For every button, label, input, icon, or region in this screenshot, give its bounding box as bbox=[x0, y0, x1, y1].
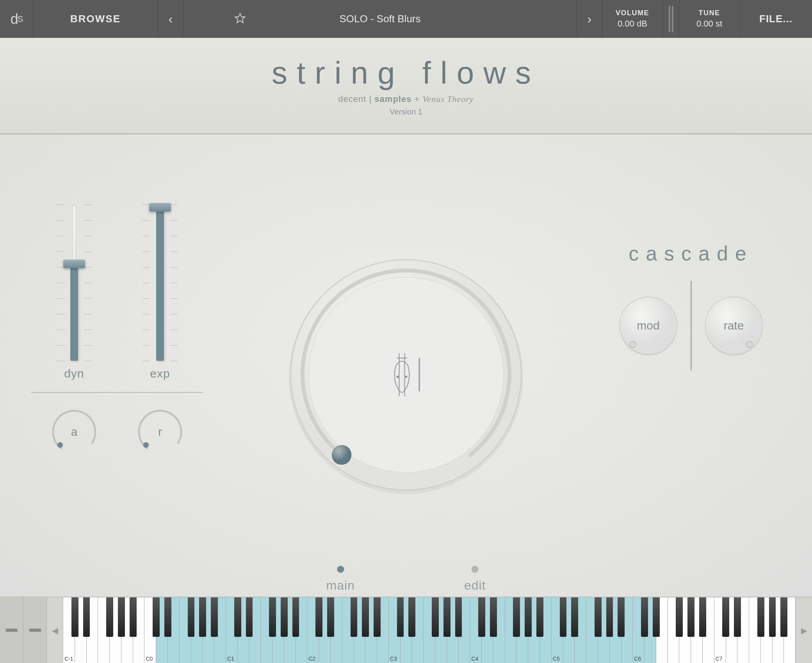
keyboard-scroll-left[interactable]: ◂ bbox=[47, 597, 63, 663]
version-label: Version 1 bbox=[390, 107, 422, 116]
tune-section[interactable]: TUNE 0.00 st bbox=[679, 0, 740, 38]
attack-knob[interactable]: a bbox=[51, 408, 98, 455]
volume-value: 0.00 dB bbox=[618, 19, 647, 29]
tab-edit[interactable]: edit bbox=[464, 566, 486, 593]
black-key[interactable] bbox=[490, 597, 497, 637]
tune-value: 0.00 st bbox=[696, 19, 722, 29]
black-key[interactable] bbox=[130, 597, 137, 637]
cascade-section: cascade mod rate bbox=[605, 242, 777, 371]
black-key[interactable] bbox=[211, 597, 218, 637]
black-key[interactable] bbox=[281, 597, 288, 637]
release-knob[interactable]: r bbox=[137, 408, 183, 455]
exp-slider[interactable]: exp bbox=[150, 205, 170, 380]
svg-point-2 bbox=[57, 442, 63, 447]
black-key[interactable] bbox=[432, 597, 439, 637]
black-key[interactable] bbox=[687, 597, 694, 637]
black-key[interactable] bbox=[408, 597, 415, 637]
pitch-wheel[interactable] bbox=[0, 597, 23, 663]
black-key[interactable] bbox=[641, 597, 648, 637]
black-key[interactable] bbox=[618, 597, 625, 637]
black-key[interactable] bbox=[734, 597, 741, 637]
black-key[interactable] bbox=[676, 597, 683, 637]
black-key[interactable] bbox=[699, 597, 706, 637]
preset-prev-button[interactable]: ‹ bbox=[158, 0, 183, 38]
black-key[interactable] bbox=[315, 597, 322, 637]
black-key[interactable] bbox=[71, 597, 78, 637]
black-key[interactable] bbox=[188, 597, 195, 637]
violin-icon bbox=[392, 353, 420, 396]
black-key[interactable] bbox=[234, 597, 241, 637]
preset-display[interactable]: SOLO - Soft Blurs bbox=[183, 0, 577, 38]
svg-point-19 bbox=[746, 341, 753, 348]
black-key[interactable] bbox=[780, 597, 787, 637]
dyn-label: dyn bbox=[64, 367, 84, 380]
tune-label: TUNE bbox=[699, 9, 720, 17]
black-key[interactable] bbox=[595, 597, 602, 637]
svg-point-16 bbox=[630, 341, 636, 348]
black-key[interactable] bbox=[374, 597, 381, 637]
black-key[interactable] bbox=[606, 597, 613, 637]
black-key[interactable] bbox=[478, 597, 485, 637]
black-key[interactable] bbox=[513, 597, 520, 637]
logo: dS bbox=[0, 0, 33, 38]
black-key[interactable] bbox=[269, 597, 276, 637]
exp-label: exp bbox=[150, 367, 170, 380]
black-key[interactable] bbox=[571, 597, 578, 637]
tab-dot-icon bbox=[472, 566, 479, 573]
mod-wheel[interactable] bbox=[23, 597, 47, 663]
instrument-title: string flows bbox=[272, 55, 540, 91]
black-key[interactable] bbox=[525, 597, 532, 637]
black-key[interactable] bbox=[292, 597, 299, 637]
main-knob[interactable] bbox=[283, 252, 529, 498]
black-key[interactable] bbox=[455, 597, 462, 637]
black-key[interactable] bbox=[769, 597, 776, 637]
volume-section[interactable]: VOLUME 0.00 dB bbox=[602, 0, 663, 38]
dynamics-section: dyn exp a bbox=[31, 205, 203, 455]
svg-point-12 bbox=[397, 376, 399, 378]
black-key[interactable] bbox=[106, 597, 113, 637]
svg-marker-0 bbox=[235, 13, 245, 23]
volume-label: VOLUME bbox=[616, 9, 649, 17]
instrument-subtitle: decent | samples + Venus Theory bbox=[338, 94, 474, 104]
browse-button[interactable]: BROWSE bbox=[33, 0, 158, 38]
black-key[interactable] bbox=[443, 597, 451, 637]
main-panel: dyn exp a bbox=[0, 134, 812, 597]
keyboard-area: ◂ C-1C0C1C2C3C4C5C6C7 ▸ bbox=[0, 597, 812, 663]
attack-label: a bbox=[71, 425, 78, 438]
slider-thumb[interactable] bbox=[149, 203, 171, 212]
black-key[interactable] bbox=[153, 597, 160, 637]
keyboard[interactable]: C-1C0C1C2C3C4C5C6C7 bbox=[63, 597, 796, 663]
black-key[interactable] bbox=[362, 597, 369, 637]
black-key[interactable] bbox=[722, 597, 729, 637]
black-key[interactable] bbox=[560, 597, 567, 637]
tab-dot-icon bbox=[337, 566, 344, 573]
black-key[interactable] bbox=[164, 597, 171, 637]
black-key[interactable] bbox=[536, 597, 543, 637]
file-button[interactable]: FILE... bbox=[740, 0, 812, 38]
black-key[interactable] bbox=[397, 597, 404, 637]
black-key[interactable] bbox=[327, 597, 334, 637]
cascade-title: cascade bbox=[605, 242, 777, 265]
black-key[interactable] bbox=[246, 597, 253, 637]
mod-label: mod bbox=[637, 319, 659, 332]
mod-knob[interactable]: mod bbox=[617, 294, 680, 357]
preset-next-button[interactable]: › bbox=[577, 0, 602, 38]
dyn-slider[interactable]: dyn bbox=[64, 205, 84, 380]
tab-main[interactable]: main bbox=[326, 566, 355, 593]
slider-thumb[interactable] bbox=[63, 260, 85, 268]
preset-name: SOLO - Soft Blurs bbox=[339, 13, 420, 25]
svg-point-8 bbox=[331, 445, 352, 465]
rate-knob[interactable]: rate bbox=[703, 294, 765, 357]
black-key[interactable] bbox=[199, 597, 206, 637]
keyboard-scroll-right[interactable]: ▸ bbox=[796, 597, 812, 663]
favorite-icon[interactable] bbox=[234, 12, 246, 26]
black-key[interactable] bbox=[653, 597, 660, 637]
cascade-divider bbox=[691, 281, 692, 371]
black-key[interactable] bbox=[757, 597, 764, 637]
black-key[interactable] bbox=[118, 597, 125, 637]
release-label: r bbox=[158, 425, 162, 438]
black-key[interactable] bbox=[83, 597, 90, 637]
chevron-left-icon: ‹ bbox=[168, 11, 173, 27]
black-key[interactable] bbox=[351, 597, 358, 637]
svg-point-13 bbox=[405, 376, 408, 378]
